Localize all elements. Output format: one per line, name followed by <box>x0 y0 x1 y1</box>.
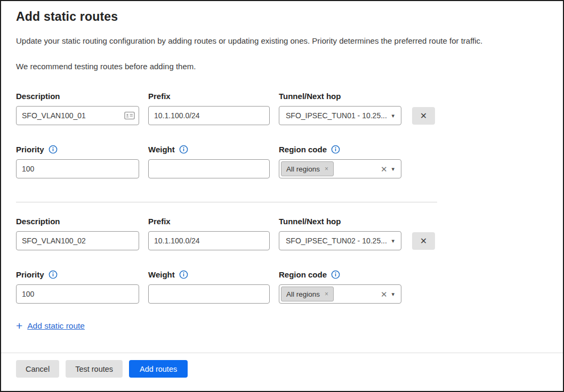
route-1-tunnel-value: SFO_IPSEC_TUN01 - 10.25... <box>286 111 387 120</box>
description-label: Description <box>16 216 139 226</box>
route-2-weight-input[interactable] <box>148 284 270 304</box>
region-info-icon[interactable] <box>331 145 340 154</box>
tunnel-label: Tunnel/Next hop <box>279 216 401 226</box>
weight-info-icon[interactable] <box>179 145 188 154</box>
route-1-secondary-row: Priority Weight <box>16 144 548 178</box>
route-1-region-tag: All regions × <box>281 161 334 176</box>
section-divider <box>16 202 437 202</box>
plus-icon: + <box>16 320 22 331</box>
prefix-label: Prefix <box>148 216 270 226</box>
route-2-priority-field: Priority <box>16 270 139 304</box>
dialog-footer: Cancel Test routes Add routes <box>1 353 563 391</box>
route-2-tunnel-field: Tunnel/Next hop SFO_IPSEC_TUN02 - 10.25.… <box>279 216 401 250</box>
clear-selection-icon[interactable]: ✕ <box>381 165 388 173</box>
route-1-region-tag-label: All regions <box>286 165 320 173</box>
route-2-prefix-field: Prefix <box>148 216 270 250</box>
chevron-down-icon: ▾ <box>391 113 394 119</box>
region-label-text: Region code <box>279 270 327 279</box>
test-routes-button[interactable]: Test routes <box>66 360 123 378</box>
weight-label-text: Weight <box>148 145 175 154</box>
priority-info-icon[interactable] <box>49 145 58 154</box>
route-2-region-multiselect[interactable]: All regions × ✕ ▾ <box>279 284 401 304</box>
clear-selection-icon[interactable]: ✕ <box>381 290 388 298</box>
route-2-description-input[interactable] <box>16 231 139 250</box>
tag-remove-icon[interactable]: × <box>325 166 328 172</box>
dialog-content: Add static routes Update your static rou… <box>1 1 563 353</box>
route-1-priority-input[interactable] <box>16 159 139 178</box>
region-label-text: Region code <box>279 145 327 154</box>
route-2-delete-button[interactable]: ✕ <box>412 232 435 250</box>
add-static-route-link[interactable]: + Add static route <box>16 320 85 331</box>
route-1-weight-field: Weight <box>148 144 270 178</box>
route-1-main-row: Description Prefix Tunnel/Next <box>16 91 548 125</box>
weight-label-text: Weight <box>148 270 175 279</box>
description-input-wrap <box>16 106 139 125</box>
intro-text: Update your static routing configuration… <box>16 36 548 46</box>
weight-label: Weight <box>148 144 270 154</box>
description-label: Description <box>16 91 139 101</box>
route-2-region-tag: All regions × <box>281 287 334 301</box>
route-2-region-tag-label: All regions <box>286 290 320 298</box>
region-info-icon[interactable] <box>331 270 340 279</box>
route-1-priority-field: Priority <box>16 144 139 178</box>
add-static-route-label: Add static route <box>27 321 85 331</box>
chevron-down-icon: ▾ <box>391 238 394 244</box>
priority-label-text: Priority <box>16 145 44 154</box>
route-2-tunnel-select[interactable]: SFO_IPSEC_TUN02 - 10.25... ▾ <box>279 231 401 250</box>
route-2-priority-input[interactable] <box>16 284 139 304</box>
route-1-weight-input[interactable] <box>148 159 270 178</box>
priority-label-text: Priority <box>16 270 44 279</box>
region-label: Region code <box>279 270 401 280</box>
route-2-secondary-row: Priority Weight <box>16 270 548 304</box>
route-1-prefix-field: Prefix <box>148 91 270 125</box>
route-2-weight-field: Weight <box>148 270 270 304</box>
route-1-description-input[interactable] <box>16 106 139 125</box>
route-1-delete-button[interactable]: ✕ <box>412 107 435 125</box>
recommendation-text: We recommend testing routes before addin… <box>16 62 548 71</box>
route-1-region-field: Region code All regions × ✕ ▾ <box>279 144 401 178</box>
route-1-tunnel-select[interactable]: SFO_IPSEC_TUN01 - 10.25... ▾ <box>279 106 401 125</box>
route-2-prefix-input[interactable] <box>148 231 270 250</box>
close-icon: ✕ <box>420 236 427 246</box>
priority-label: Priority <box>16 144 139 154</box>
chevron-down-icon: ▾ <box>391 166 394 172</box>
route-2-main-row: Description Prefix Tunnel/Next hop SFO_I… <box>16 216 548 250</box>
tag-remove-icon[interactable]: × <box>325 291 328 297</box>
route-1-prefix-input[interactable] <box>148 106 270 125</box>
priority-label: Priority <box>16 270 139 280</box>
add-routes-button[interactable]: Add routes <box>129 360 188 378</box>
weight-info-icon[interactable] <box>179 270 188 279</box>
weight-label: Weight <box>148 270 270 280</box>
route-2-tunnel-value: SFO_IPSEC_TUN02 - 10.25... <box>286 236 387 245</box>
priority-info-icon[interactable] <box>49 270 58 279</box>
close-icon: ✕ <box>420 111 427 120</box>
tunnel-label: Tunnel/Next hop <box>279 91 401 101</box>
prefix-label: Prefix <box>148 91 270 101</box>
chevron-down-icon: ▾ <box>391 291 394 297</box>
cancel-button[interactable]: Cancel <box>16 360 59 378</box>
route-2-description-field: Description <box>16 216 139 250</box>
route-1-region-multiselect[interactable]: All regions × ✕ ▾ <box>279 159 401 178</box>
route-2-region-field: Region code All regions × ✕ ▾ <box>279 270 401 304</box>
route-1-tunnel-field: Tunnel/Next hop SFO_IPSEC_TUN01 - 10.25.… <box>279 91 401 125</box>
region-label: Region code <box>279 144 401 154</box>
route-1-description-field: Description <box>16 91 139 125</box>
page-title: Add static routes <box>16 10 548 24</box>
